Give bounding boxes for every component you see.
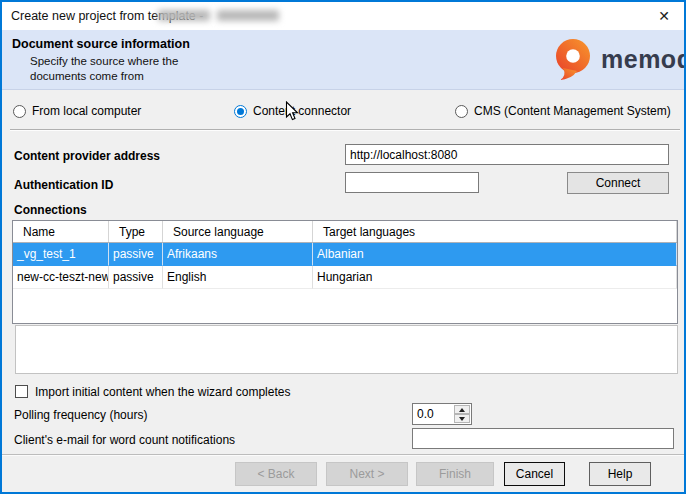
radio-label[interactable]: From local computer — [32, 104, 141, 118]
memoq-logo: memoq — [551, 36, 677, 84]
provider-address-input[interactable] — [345, 144, 669, 165]
cell-target-languages[interactable]: Hungarian — [313, 266, 677, 289]
separator — [10, 129, 680, 131]
cancel-button[interactable]: Cancel — [504, 462, 565, 486]
page-subtitle-line1: Specify the source where the — [30, 55, 178, 67]
polling-frequency-value[interactable]: 0.0 — [417, 407, 434, 421]
radio-icon[interactable] — [13, 105, 26, 118]
spinner-down-button[interactable] — [454, 414, 470, 423]
connection-details-panel — [15, 325, 678, 374]
radio-label[interactable]: Content connector — [253, 104, 351, 118]
column-header-target-languages[interactable]: Target languages — [313, 221, 677, 242]
cell-type[interactable]: passive — [109, 266, 163, 289]
table-row-selected[interactable]: _vg_test_1 passive Afrikaans Albanian — [13, 243, 677, 266]
provider-address-label: Content provider address — [14, 149, 160, 163]
redacted-title-text — [158, 10, 210, 21]
table-row[interactable]: new-cc-teszt-new passive English Hungari… — [13, 266, 677, 289]
footer-separator — [2, 454, 684, 456]
next-button[interactable]: Next > — [326, 462, 408, 486]
import-initial-content-label: Import initial content when the wizard c… — [35, 385, 290, 399]
close-icon[interactable]: ✕ — [652, 6, 676, 26]
help-button[interactable]: Help — [589, 462, 651, 486]
client-email-input[interactable] — [412, 428, 674, 449]
memoq-wordmark: memoq — [601, 45, 686, 74]
column-header-type[interactable]: Type — [109, 221, 163, 242]
title-bar: Create new project from template - ✕ — [2, 2, 684, 30]
redacted-title-text — [217, 10, 279, 21]
finish-button[interactable]: Finish — [416, 462, 494, 486]
connect-button[interactable]: Connect — [567, 172, 669, 194]
client-email-label: Client's e-mail for word count notificat… — [14, 433, 235, 447]
table-header-row: Name Type Source language Target languag… — [13, 221, 677, 243]
cell-source-language[interactable]: Afrikaans — [163, 243, 313, 266]
back-button[interactable]: < Back — [235, 462, 317, 486]
memoq-q-icon — [551, 36, 597, 84]
cell-type[interactable]: passive — [109, 243, 163, 266]
page-subtitle-line2: documents come from — [30, 70, 144, 82]
spinner-up-button[interactable] — [454, 405, 470, 414]
authentication-id-input[interactable] — [345, 172, 479, 193]
polling-frequency-label: Polling frequency (hours) — [14, 408, 147, 422]
cell-name[interactable]: _vg_test_1 — [13, 243, 109, 266]
polling-frequency-stepper[interactable]: 0.0 — [412, 403, 472, 425]
up-arrow-icon — [459, 408, 465, 412]
cell-name[interactable]: new-cc-teszt-new — [13, 266, 109, 289]
import-initial-content-checkbox[interactable] — [15, 385, 28, 398]
connections-label: Connections — [14, 203, 87, 217]
mouse-cursor-icon — [285, 101, 300, 125]
cell-source-language[interactable]: English — [163, 266, 313, 289]
column-header-source-language[interactable]: Source language — [163, 221, 313, 242]
cell-target-languages[interactable]: Albanian — [313, 243, 677, 266]
radio-icon[interactable] — [455, 105, 468, 118]
radio-label[interactable]: CMS (Content Management System) — [474, 104, 671, 118]
connections-table[interactable]: Name Type Source language Target languag… — [12, 220, 678, 324]
column-header-name[interactable]: Name — [13, 221, 109, 242]
spinner-buttons — [454, 405, 470, 423]
down-arrow-icon — [459, 417, 465, 421]
create-project-dialog: Create new project from template - ✕ Doc… — [0, 0, 686, 494]
wizard-header: Document source information Specify the … — [2, 30, 684, 90]
radio-selected-icon[interactable] — [234, 105, 247, 118]
page-title: Document source information — [12, 37, 190, 51]
authentication-id-label: Authentication ID — [14, 178, 113, 192]
